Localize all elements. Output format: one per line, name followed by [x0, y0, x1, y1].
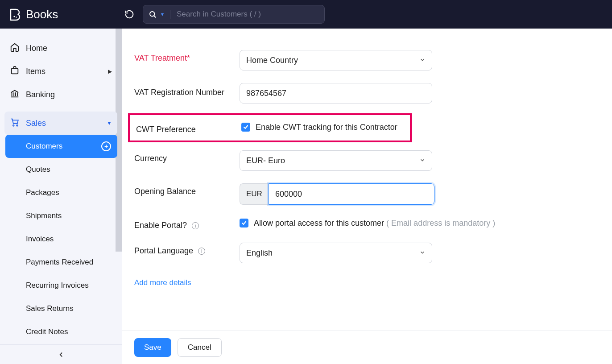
chevron-down-icon	[419, 56, 426, 65]
sidebar-label: Home	[26, 44, 47, 53]
sidebar-item-quotes[interactable]: Quotes	[5, 158, 117, 181]
save-button[interactable]: Save	[134, 338, 171, 357]
search-placeholder: Search in Customers ( / )	[177, 10, 261, 19]
sidebar-item-sales[interactable]: Sales ▼	[4, 112, 117, 135]
sidebar-item-payments-received[interactable]: Payments Received	[5, 251, 117, 274]
sidebar-item-credit-notes[interactable]: Credit Notes	[5, 320, 117, 343]
search-icon	[149, 10, 157, 18]
search-box[interactable]: ▾ Search in Customers ( / )	[143, 5, 325, 24]
brand: Books	[8, 8, 115, 21]
refresh-button[interactable]	[123, 8, 136, 21]
brand-name: Books	[26, 8, 58, 21]
sidebar-collapse-button[interactable]	[0, 344, 122, 364]
add-customer-icon[interactable]: +	[101, 141, 111, 151]
vat-treatment-select[interactable]: Home Country	[240, 50, 432, 70]
chevron-down-icon	[419, 248, 426, 258]
form-footer: Save Cancel	[122, 331, 612, 364]
sidebar-item-packages[interactable]: Packages	[5, 181, 117, 204]
sidebar-item-customers[interactable]: Customers +	[5, 135, 117, 158]
bank-icon	[10, 89, 20, 101]
home-icon	[10, 42, 20, 54]
select-value: EUR- Euro	[246, 156, 285, 165]
cwt-enable-checkbox[interactable]	[241, 123, 250, 132]
sidebar-sub-label: Payments Received	[26, 258, 93, 267]
sidebar: Home Items ▶ Banking	[0, 29, 122, 364]
sidebar-sub-label: Quotes	[26, 165, 50, 174]
sidebar-item-banking[interactable]: Banking	[0, 83, 122, 106]
enable-portal-label: Enable Portal? i	[134, 217, 240, 230]
svg-point-1	[16, 17, 17, 17]
add-more-details-link[interactable]: Add more details	[134, 278, 191, 287]
sidebar-sub-label: Shipments	[26, 211, 62, 220]
chevron-down-icon	[419, 156, 426, 165]
info-icon[interactable]: i	[192, 222, 199, 229]
select-value: Home Country	[246, 56, 298, 65]
vat-treatment-label: VAT Treatment*	[134, 50, 240, 63]
currency-select[interactable]: EUR- Euro	[240, 150, 432, 171]
opening-balance-prefix: EUR	[240, 183, 269, 205]
vat-reg-input[interactable]	[240, 83, 432, 103]
portal-checkbox-label: Allow portal access for this customer ( …	[254, 217, 495, 230]
sidebar-label: Sales	[26, 119, 46, 128]
sidebar-item-recurring-invoices[interactable]: Recurring Invoices	[5, 274, 117, 297]
search-separator	[170, 10, 170, 19]
sidebar-sub-label: Recurring Invoices	[26, 281, 89, 290]
cart-icon	[10, 117, 20, 129]
topbar: Books ▾ Search in Customers ( / )	[0, 0, 612, 29]
chevron-right-icon: ▶	[108, 68, 112, 74]
topbar-actions: ▾ Search in Customers ( / )	[123, 5, 325, 24]
cwt-preference-label: CWT Preference	[136, 121, 241, 134]
opening-balance-label: Opening Balance	[134, 183, 240, 196]
sidebar-item-items[interactable]: Items ▶	[0, 60, 122, 83]
portal-access-checkbox[interactable]	[240, 219, 248, 228]
sidebar-label: Banking	[26, 90, 55, 99]
sidebar-sub-label: Invoices	[26, 235, 54, 244]
sidebar-sub-label: Sales Returns	[26, 304, 74, 313]
sidebar-item-home[interactable]: Home	[0, 37, 122, 60]
opening-balance-input[interactable]	[269, 183, 434, 205]
svg-point-0	[13, 16, 15, 17]
sidebar-sub-label: Packages	[26, 188, 59, 197]
cwt-highlight-callout: CWT Preference Enable CWT tracking for t…	[128, 113, 412, 142]
sidebar-sub-label: Customers	[26, 142, 62, 151]
search-scope-caret-icon[interactable]: ▾	[161, 11, 164, 17]
svg-point-4	[13, 124, 14, 126]
vat-reg-label: VAT Registration Number	[134, 83, 240, 99]
svg-rect-3	[12, 68, 18, 74]
info-icon[interactable]: i	[198, 248, 205, 255]
currency-label: Currency	[134, 150, 240, 163]
sidebar-sub-label: Credit Notes	[26, 327, 68, 336]
sidebar-sales-submenu: Customers + Quotes Packages Shipments In…	[5, 135, 117, 343]
sidebar-item-invoices[interactable]: Invoices	[5, 228, 117, 251]
cancel-button[interactable]: Cancel	[178, 338, 222, 357]
sidebar-item-shipments[interactable]: Shipments	[5, 204, 117, 228]
bag-icon	[10, 66, 20, 78]
svg-point-5	[17, 124, 18, 126]
sidebar-item-sales-returns[interactable]: Sales Returns	[5, 297, 117, 320]
chevron-down-icon: ▼	[107, 120, 112, 126]
select-value: English	[246, 248, 273, 258]
brand-logo-icon	[8, 8, 21, 21]
main-content: VAT Treatment* Home Country VAT Registra…	[122, 29, 612, 364]
sidebar-label: Items	[26, 67, 45, 76]
portal-language-select[interactable]: English	[240, 243, 432, 263]
cwt-checkbox-label: Enable CWT tracking for this Contractor	[256, 121, 397, 134]
portal-language-label: Portal Language i	[134, 243, 240, 256]
